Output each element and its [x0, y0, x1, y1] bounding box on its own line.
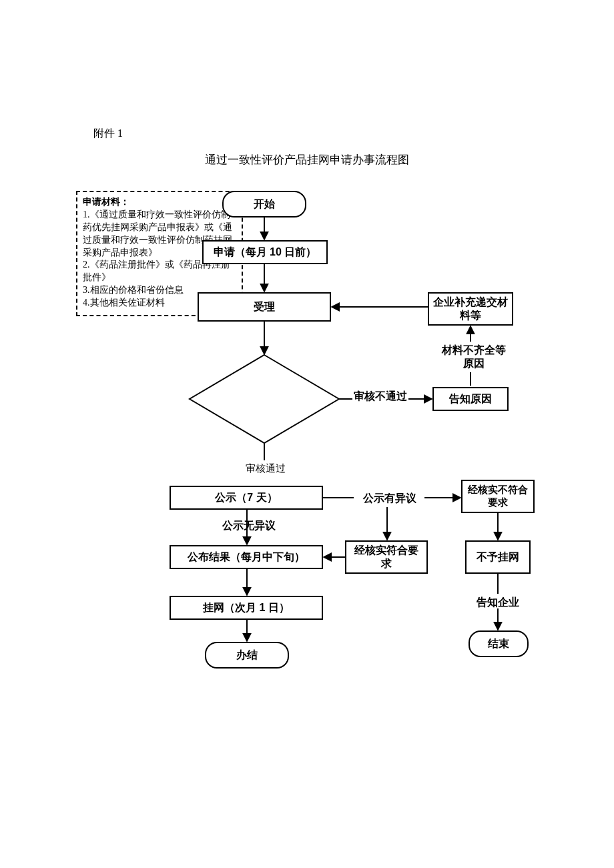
materials-header: 申请材料： [83, 196, 236, 209]
node-publish-result: 公布结果（每月中下旬） [170, 545, 323, 569]
node-end: 结束 [469, 630, 529, 657]
node-verified-ok: 经核实符合要求 [345, 540, 428, 574]
label-material-incomplete: 材料不齐全等原因 [440, 344, 507, 370]
connectors [0, 0, 614, 868]
label-inform-company: 告知企业 [471, 596, 525, 609]
attachment-label: 附件 1 [93, 127, 123, 141]
node-verified-fail: 经核实不符合要求 [461, 480, 535, 513]
page-title: 通过一致性评价产品挂网申请办事流程图 [0, 152, 614, 167]
node-supplement: 企业补充递交材料等 [428, 292, 513, 326]
node-review: 审核 [247, 392, 282, 406]
node-list-online: 挂网（次月 1 日） [170, 596, 323, 620]
flowchart-page: 附件 1 通过一致性评价产品挂网申请办事流程图 申请材料： 1.《通过质量和疗效… [0, 0, 614, 868]
node-deny: 不予挂网 [465, 540, 531, 574]
node-apply: 申请（每月 10 日前） [202, 240, 328, 264]
node-publicity: 公示（7 天） [170, 486, 323, 510]
node-inform-reason: 告知原因 [432, 387, 509, 411]
label-has-objection: 公示有异议 [356, 492, 423, 505]
node-start: 开始 [222, 191, 306, 218]
label-review-pass: 审核通过 [219, 462, 312, 475]
node-accept: 受理 [198, 292, 331, 322]
label-review-fail: 审核不通过 [354, 390, 407, 403]
node-done: 办结 [205, 642, 289, 669]
label-no-objection: 公示无异议 [216, 519, 282, 532]
